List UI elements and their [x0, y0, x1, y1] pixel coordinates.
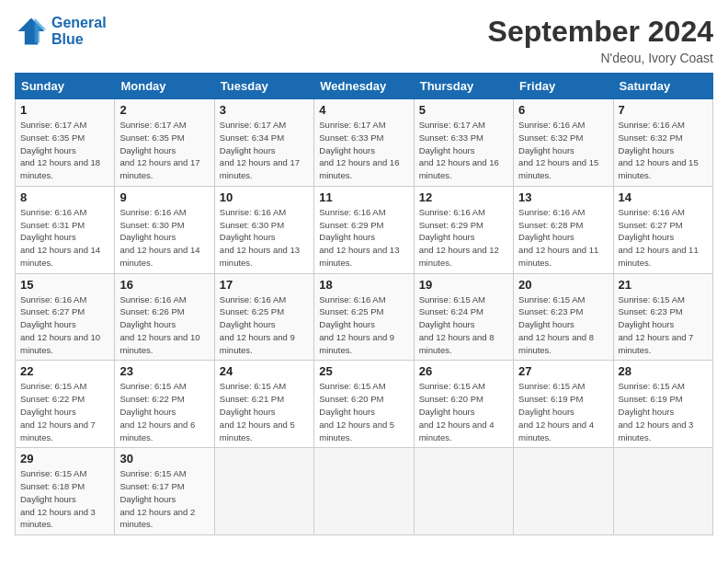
day-detail: Sunrise: 6:16 AMSunset: 6:30 PMDaylight …	[220, 206, 309, 270]
calendar-cell: 21Sunrise: 6:15 AMSunset: 6:23 PMDayligh…	[613, 273, 712, 361]
calendar-week-row: 1Sunrise: 6:17 AMSunset: 6:35 PMDaylight…	[16, 99, 713, 187]
day-number: 8	[20, 190, 109, 204]
day-number: 4	[319, 103, 408, 117]
day-number: 5	[419, 103, 508, 117]
day-detail: Sunrise: 6:15 AMSunset: 6:20 PMDaylight …	[319, 380, 408, 443]
calendar-cell	[613, 448, 712, 535]
calendar-cell: 11Sunrise: 6:16 AMSunset: 6:29 PMDayligh…	[314, 186, 414, 273]
day-number: 16	[119, 278, 209, 292]
calendar-cell: 24Sunrise: 6:15 AMSunset: 6:21 PMDayligh…	[214, 361, 313, 448]
day-detail: Sunrise: 6:15 AMSunset: 6:22 PMDaylight …	[20, 380, 109, 443]
day-detail: Sunrise: 6:16 AMSunset: 6:30 PMDaylight …	[119, 206, 209, 270]
header-monday: Monday	[115, 74, 214, 99]
header-wednesday: Wednesday	[314, 74, 414, 99]
calendar-subtitle: N'deou, Ivory Coast	[488, 51, 713, 65]
calendar-cell	[314, 448, 414, 535]
day-detail: Sunrise: 6:16 AMSunset: 6:28 PMDaylight …	[518, 206, 608, 270]
day-detail: Sunrise: 6:16 AMSunset: 6:25 PMDaylight …	[319, 293, 408, 357]
day-number: 21	[619, 278, 708, 292]
calendar-cell: 25Sunrise: 6:15 AMSunset: 6:20 PMDayligh…	[314, 361, 414, 448]
calendar-cell: 19Sunrise: 6:15 AMSunset: 6:24 PMDayligh…	[414, 273, 513, 361]
svg-marker-0	[18, 18, 45, 45]
day-number: 27	[518, 364, 608, 378]
day-detail: Sunrise: 6:16 AMSunset: 6:32 PMDaylight …	[518, 119, 608, 182]
day-number: 15	[20, 278, 109, 292]
calendar-cell: 13Sunrise: 6:16 AMSunset: 6:28 PMDayligh…	[514, 186, 613, 273]
header-friday: Friday	[514, 74, 613, 99]
calendar-cell: 1Sunrise: 6:17 AMSunset: 6:35 PMDaylight…	[16, 99, 115, 187]
title-area: September 2024 N'deou, Ivory Coast	[488, 15, 713, 65]
day-number: 24	[220, 364, 309, 378]
day-number: 23	[119, 364, 209, 378]
calendar-cell: 18Sunrise: 6:16 AMSunset: 6:25 PMDayligh…	[314, 273, 414, 361]
day-detail: Sunrise: 6:16 AMSunset: 6:29 PMDaylight …	[319, 206, 408, 270]
day-number: 20	[518, 278, 608, 292]
calendar-cell: 5Sunrise: 6:17 AMSunset: 6:33 PMDaylight…	[414, 99, 513, 187]
header-saturday: Saturday	[613, 74, 712, 99]
day-number: 14	[619, 190, 708, 204]
day-detail: Sunrise: 6:16 AMSunset: 6:29 PMDaylight …	[419, 206, 508, 270]
day-detail: Sunrise: 6:16 AMSunset: 6:26 PMDaylight …	[119, 293, 209, 357]
page-header: General Blue September 2024 N'deou, Ivor…	[15, 15, 713, 65]
day-number: 19	[419, 278, 508, 292]
day-detail: Sunrise: 6:15 AMSunset: 6:19 PMDaylight …	[518, 380, 608, 443]
calendar-week-row: 22Sunrise: 6:15 AMSunset: 6:22 PMDayligh…	[16, 361, 713, 448]
day-number: 9	[119, 190, 209, 204]
day-number: 17	[220, 278, 309, 292]
calendar-cell: 30Sunrise: 6:15 AMSunset: 6:17 PMDayligh…	[115, 448, 214, 535]
day-number: 2	[119, 103, 209, 117]
day-number: 18	[319, 278, 408, 292]
day-number: 11	[319, 190, 408, 204]
calendar-cell: 2Sunrise: 6:17 AMSunset: 6:35 PMDaylight…	[115, 99, 214, 187]
day-detail: Sunrise: 6:16 AMSunset: 6:31 PMDaylight …	[20, 206, 109, 270]
day-detail: Sunrise: 6:15 AMSunset: 6:19 PMDaylight …	[619, 380, 708, 443]
calendar-cell: 15Sunrise: 6:16 AMSunset: 6:27 PMDayligh…	[16, 273, 115, 361]
day-number: 12	[419, 190, 508, 204]
day-number: 28	[619, 364, 708, 378]
day-number: 3	[220, 103, 309, 117]
calendar-table: SundayMondayTuesdayWednesdayThursdayFrid…	[15, 73, 713, 535]
logo-icon	[15, 15, 48, 48]
calendar-week-row: 29Sunrise: 6:15 AMSunset: 6:18 PMDayligh…	[16, 448, 713, 535]
day-detail: Sunrise: 6:15 AMSunset: 6:24 PMDaylight …	[419, 293, 508, 357]
header-sunday: Sunday	[16, 74, 115, 99]
calendar-cell: 4Sunrise: 6:17 AMSunset: 6:33 PMDaylight…	[314, 99, 414, 187]
calendar-cell: 27Sunrise: 6:15 AMSunset: 6:19 PMDayligh…	[514, 361, 613, 448]
day-detail: Sunrise: 6:17 AMSunset: 6:35 PMDaylight …	[20, 119, 109, 182]
calendar-cell	[414, 448, 513, 535]
day-detail: Sunrise: 6:15 AMSunset: 6:21 PMDaylight …	[220, 380, 309, 443]
day-detail: Sunrise: 6:15 AMSunset: 6:23 PMDaylight …	[619, 293, 708, 357]
day-detail: Sunrise: 6:17 AMSunset: 6:33 PMDaylight …	[419, 119, 508, 182]
calendar-cell: 20Sunrise: 6:15 AMSunset: 6:23 PMDayligh…	[514, 273, 613, 361]
calendar-week-row: 15Sunrise: 6:16 AMSunset: 6:27 PMDayligh…	[16, 273, 713, 361]
day-number: 13	[518, 190, 608, 204]
calendar-cell: 8Sunrise: 6:16 AMSunset: 6:31 PMDaylight…	[16, 186, 115, 273]
day-detail: Sunrise: 6:15 AMSunset: 6:20 PMDaylight …	[419, 380, 508, 443]
calendar-cell: 17Sunrise: 6:16 AMSunset: 6:25 PMDayligh…	[214, 273, 313, 361]
day-number: 29	[20, 452, 109, 465]
day-detail: Sunrise: 6:15 AMSunset: 6:17 PMDaylight …	[119, 467, 209, 531]
day-detail: Sunrise: 6:15 AMSunset: 6:22 PMDaylight …	[119, 380, 209, 443]
calendar-cell: 28Sunrise: 6:15 AMSunset: 6:19 PMDayligh…	[613, 361, 712, 448]
day-detail: Sunrise: 6:16 AMSunset: 6:27 PMDaylight …	[20, 293, 109, 357]
calendar-cell: 14Sunrise: 6:16 AMSunset: 6:27 PMDayligh…	[613, 186, 712, 273]
calendar-cell: 23Sunrise: 6:15 AMSunset: 6:22 PMDayligh…	[115, 361, 214, 448]
calendar-cell: 26Sunrise: 6:15 AMSunset: 6:20 PMDayligh…	[414, 361, 513, 448]
calendar-cell: 12Sunrise: 6:16 AMSunset: 6:29 PMDayligh…	[414, 186, 513, 273]
header-thursday: Thursday	[414, 74, 513, 99]
calendar-cell	[214, 448, 313, 535]
logo-text: General Blue	[51, 15, 107, 47]
day-detail: Sunrise: 6:17 AMSunset: 6:33 PMDaylight …	[319, 119, 408, 182]
calendar-cell: 29Sunrise: 6:15 AMSunset: 6:18 PMDayligh…	[16, 448, 115, 535]
day-number: 30	[119, 452, 209, 465]
day-detail: Sunrise: 6:15 AMSunset: 6:18 PMDaylight …	[20, 467, 109, 531]
day-number: 22	[20, 364, 109, 378]
calendar-week-row: 8Sunrise: 6:16 AMSunset: 6:31 PMDaylight…	[16, 186, 713, 273]
day-number: 6	[518, 103, 608, 117]
calendar-cell: 6Sunrise: 6:16 AMSunset: 6:32 PMDaylight…	[514, 99, 613, 187]
day-detail: Sunrise: 6:17 AMSunset: 6:34 PMDaylight …	[220, 119, 309, 182]
calendar-title: September 2024	[488, 15, 713, 49]
day-detail: Sunrise: 6:17 AMSunset: 6:35 PMDaylight …	[119, 119, 209, 182]
header-tuesday: Tuesday	[214, 74, 313, 99]
day-number: 7	[619, 103, 708, 117]
